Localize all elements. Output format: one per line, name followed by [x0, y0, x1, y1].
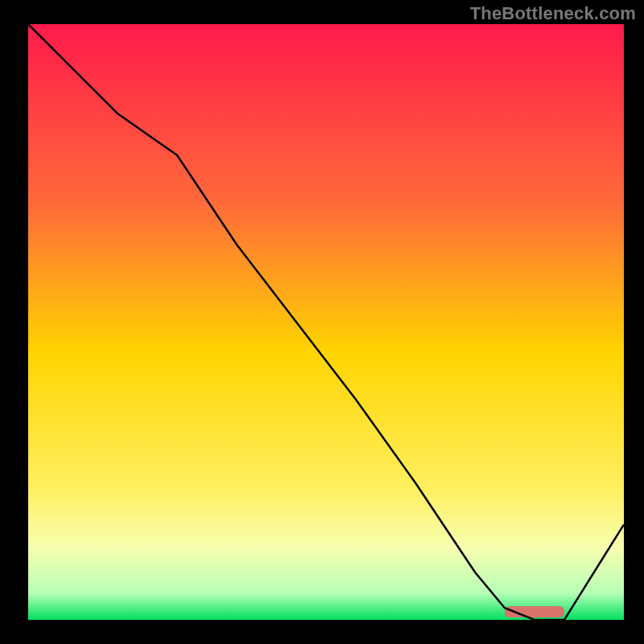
plot-frame — [0, 620, 644, 644]
watermark-text: TheBottleneck.com — [470, 3, 636, 24]
plot-frame — [0, 0, 28, 644]
plot-frame — [624, 0, 644, 644]
bottleneck-chart — [0, 0, 644, 644]
chart-stage: TheBottleneck.com — [0, 0, 644, 644]
